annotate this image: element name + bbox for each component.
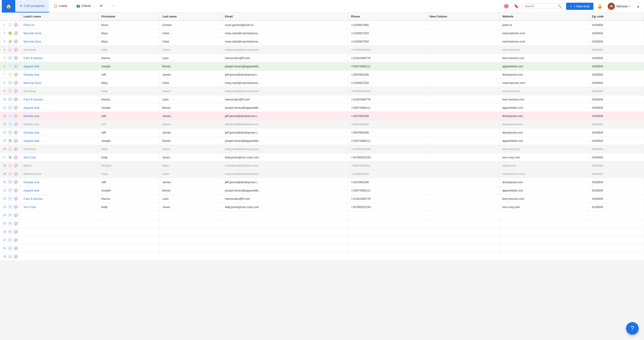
action-chat-button[interactable]: 💬 xyxy=(14,146,18,151)
action-plus-button[interactable]: + xyxy=(8,188,12,193)
action-plus-button[interactable]: + xyxy=(8,113,12,118)
lead-name-link[interactable]: Fans & fancies xyxy=(24,56,43,60)
action-chat-button[interactable]: 💬 xyxy=(14,72,18,77)
action-warn-button[interactable]: ! xyxy=(8,72,12,77)
action-plus-button[interactable]: + xyxy=(8,229,12,234)
lead-name-link[interactable]: Apparel dott xyxy=(24,106,39,109)
action-chat2-button[interactable]: 💬 xyxy=(14,97,18,102)
cell-lead-name[interactable]: Fans & fancies xyxy=(21,95,98,104)
lead-name-link[interactable]: Apparel dott xyxy=(24,189,39,192)
action-chat-button[interactable]: 💬 xyxy=(14,246,18,251)
action-chat-button[interactable]: 💬 xyxy=(14,80,18,85)
action-plus-button[interactable]: + xyxy=(8,64,12,69)
action-plus-button[interactable]: + xyxy=(8,180,12,185)
action-plus-button[interactable]: + xyxy=(8,80,12,85)
lead-name-link[interactable]: Marchal Zone xyxy=(24,81,41,84)
action-plus-button[interactable]: + xyxy=(8,105,12,110)
action-plus-button[interactable]: + xyxy=(8,238,12,243)
cell-lead-name[interactable]: Fans & fancies xyxy=(21,54,98,62)
action-chat-button[interactable]: 💬 xyxy=(14,55,18,60)
action-chat-button[interactable]: 💬 xyxy=(14,163,18,168)
action-chat-button[interactable]: 💬 xyxy=(14,47,18,52)
action-minus-button[interactable]: − xyxy=(8,89,12,93)
action-star-button[interactable]: ★ xyxy=(8,155,12,160)
cell-lead-name[interactable]: Dinasty now xyxy=(21,178,98,186)
action-chat-button[interactable]: 💬 xyxy=(14,229,18,234)
search-input[interactable] xyxy=(525,4,556,8)
tab-cold-prospects[interactable]: ❄ Cold prospects xyxy=(15,0,49,12)
action-plus-button[interactable]: + xyxy=(8,97,12,102)
cell-lead-name[interactable]: Marchal Zone xyxy=(21,79,98,87)
cell-lead-name[interactable] xyxy=(21,244,98,253)
action-chat-button[interactable]: 💬 xyxy=(14,31,18,35)
cell-lead-name[interactable]: Son Corp xyxy=(21,87,98,95)
lead-name-link[interactable]: Dinasty now xyxy=(24,131,40,134)
lead-name-link[interactable]: Fans & fancies xyxy=(24,98,43,101)
cell-lead-name[interactable]: Marchal Zone xyxy=(21,29,98,37)
action-plus-button[interactable]: + xyxy=(8,246,12,251)
action-chat-button[interactable]: 💬 xyxy=(14,254,18,259)
notifications-button[interactable]: 🔔 xyxy=(596,2,604,10)
cell-lead-name[interactable]: Dinasty now xyxy=(21,120,98,128)
action-chat-button[interactable]: 💬 xyxy=(14,138,18,143)
cell-lead-name[interactable]: Apparel dott xyxy=(21,137,98,145)
lead-name-link[interactable]: Son Corp xyxy=(24,156,36,159)
action-plus-button[interactable]: + xyxy=(8,130,12,135)
lead-name-link[interactable]: Dinasty now xyxy=(24,114,40,118)
action-chat-button[interactable]: 💬 xyxy=(14,213,18,218)
action-chat-button[interactable]: 💬 xyxy=(14,113,18,118)
action-chat-button[interactable]: 💬 xyxy=(14,221,18,226)
cell-lead-name[interactable] xyxy=(21,253,98,261)
action-chat-button[interactable]: 💬 xyxy=(14,196,18,201)
action-plus-button[interactable]: + xyxy=(8,196,12,201)
bookmark-button[interactable]: 🔖 xyxy=(512,2,520,10)
cell-lead-name[interactable]: Son Corp xyxy=(21,145,98,153)
tab-more[interactable]: ⋯ xyxy=(107,0,119,12)
cell-lead-name[interactable] xyxy=(21,211,98,219)
action-plus-button[interactable]: + xyxy=(8,55,12,60)
lead-name-link[interactable]: Fans & fancies xyxy=(24,197,43,200)
cell-lead-name[interactable]: Dinasty now xyxy=(21,128,98,137)
lead-name-link[interactable]: Son Corp xyxy=(24,205,36,209)
cell-lead-name[interactable]: Apparel dott xyxy=(21,104,98,112)
cell-lead-name[interactable]: Fans & fancies xyxy=(21,195,98,203)
action-chat2-button[interactable]: 💬 xyxy=(14,64,18,69)
cell-lead-name[interactable] xyxy=(21,236,98,244)
action-plus-button[interactable]: + xyxy=(8,204,12,209)
tab-clients[interactable]: 👥 Clients xyxy=(72,0,96,12)
lead-name-link[interactable]: Dinasty now xyxy=(24,181,40,184)
cell-lead-name[interactable] xyxy=(21,228,98,236)
user-menu-button[interactable]: M Mariana ▾ xyxy=(606,2,632,11)
action-minus-button[interactable]: − xyxy=(8,146,12,151)
cell-lead-name[interactable]: Apparel dott xyxy=(21,186,98,195)
lead-name-link[interactable]: Porto i/o xyxy=(24,23,34,27)
new-lead-button[interactable]: + + New lead xyxy=(566,3,594,10)
target-icon-button[interactable]: 🎯 xyxy=(502,2,510,10)
tab-email[interactable]: ✉ xyxy=(96,0,107,12)
cell-lead-name[interactable]: Apparel dott xyxy=(21,62,98,70)
action-chat-button[interactable]: 💬 xyxy=(14,188,18,193)
cell-lead-name[interactable]: Son Corp xyxy=(21,46,98,54)
action-chat-button[interactable]: 💬 xyxy=(14,122,18,127)
action-chat-button[interactable]: 💬 xyxy=(14,130,18,135)
action-plus-button[interactable]: + xyxy=(8,122,12,127)
cell-lead-name[interactable] xyxy=(21,219,98,228)
lead-name-link[interactable]: Apparel dott xyxy=(24,65,39,68)
action-chat-button[interactable]: 💬 xyxy=(14,238,18,243)
lead-name-link[interactable]: Apparel dott xyxy=(24,139,39,142)
action-chat-button[interactable]: 💬 xyxy=(14,22,18,27)
action-star-button[interactable]: ★ xyxy=(8,39,12,44)
lead-name-link[interactable]: Marchal Zone xyxy=(24,40,41,43)
action-minus-button[interactable]: − xyxy=(8,47,12,52)
cell-lead-name[interactable]: Marchal Zone xyxy=(21,37,98,46)
action-plus-button[interactable]: + xyxy=(8,213,12,218)
lead-name-link[interactable]: Dinasty now xyxy=(24,73,40,76)
action-chat-button[interactable]: 💬 xyxy=(14,155,18,160)
action-chat-button[interactable]: 💬 xyxy=(14,204,18,209)
action-plus-button[interactable]: + xyxy=(8,221,12,226)
action-warn-button[interactable]: ! xyxy=(8,22,12,27)
action-chat-button[interactable]: 💬 xyxy=(14,180,18,185)
action-chat-button[interactable]: 💬 xyxy=(14,171,18,176)
action-chat-button[interactable]: 💬 xyxy=(14,105,18,110)
action-minus-button[interactable]: − xyxy=(8,171,12,176)
